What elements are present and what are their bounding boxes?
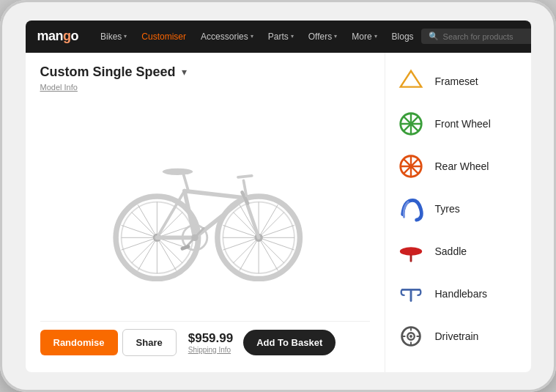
nav-links: Bikes ▾ Customiser Accessories ▾ Parts ▾… xyxy=(93,32,421,42)
svg-point-57 xyxy=(409,335,412,338)
frameset-label: Frameset xyxy=(435,75,478,87)
drivetrain-label: Drivetrain xyxy=(435,330,479,342)
component-item-front-wheel[interactable]: Front Wheel xyxy=(385,103,531,145)
component-item-frameset[interactable]: Frameset xyxy=(385,60,531,103)
rear-wheel-label: Rear Wheel xyxy=(435,160,489,172)
drivetrain-icon xyxy=(396,321,426,352)
component-item-pedals[interactable]: Pedals xyxy=(385,358,531,372)
price-block: $959.99 Shipping Info xyxy=(188,331,233,354)
handlebars-label: Handlebars xyxy=(435,288,488,300)
bike-svg xyxy=(95,135,315,281)
nav-offers[interactable]: Offers ▾ xyxy=(301,32,344,42)
svg-point-51 xyxy=(399,247,421,255)
nav-accessories[interactable]: Accessories ▾ xyxy=(193,32,261,42)
search-bar[interactable]: 🔍 xyxy=(421,29,531,44)
randomise-button[interactable]: Randomise xyxy=(40,330,118,355)
chevron-down-icon: ▾ xyxy=(251,33,253,40)
left-panel: Custom Single Speed ▾ Model Info xyxy=(26,53,385,372)
add-to-basket-button[interactable]: Add To Basket xyxy=(243,330,336,355)
tablet-frame: mango Bikes ▾ Customiser Accessories ▾ P… xyxy=(0,0,556,392)
bike-image xyxy=(40,99,370,318)
nav-blogs[interactable]: Blogs xyxy=(385,32,421,42)
chevron-down-icon: ▾ xyxy=(291,33,294,40)
search-icon: 🔍 xyxy=(429,32,439,41)
model-title: Custom Single Speed xyxy=(40,64,176,80)
right-panel: Frameset Front Wheel xyxy=(385,53,531,372)
main-content: Custom Single Speed ▾ Model Info xyxy=(26,53,531,372)
logo-accent: g xyxy=(63,29,71,44)
tablet-screen: mango Bikes ▾ Customiser Accessories ▾ P… xyxy=(26,21,531,372)
chevron-down-icon: ▾ xyxy=(334,33,337,40)
rear-wheel-icon xyxy=(396,151,426,182)
handlebars-icon xyxy=(396,278,426,309)
saddle-label: Saddle xyxy=(435,245,467,257)
front-wheel-icon xyxy=(396,108,426,139)
bottom-bar: Randomise Share $959.99 Shipping Info Ad… xyxy=(40,321,370,360)
share-button[interactable]: Share xyxy=(122,329,177,356)
model-info-link[interactable]: Model Info xyxy=(40,83,370,92)
nav-bikes[interactable]: Bikes ▾ xyxy=(93,32,134,42)
svg-line-29 xyxy=(183,173,188,190)
front-wheel-label: Front Wheel xyxy=(435,118,491,130)
nav-parts[interactable]: Parts ▾ xyxy=(261,32,301,42)
nav-customiser[interactable]: Customiser xyxy=(134,32,193,42)
model-selector[interactable]: Custom Single Speed ▾ xyxy=(40,64,370,80)
component-item-handlebars[interactable]: Handlebars xyxy=(385,273,531,315)
pedals-icon xyxy=(396,363,426,372)
logo[interactable]: mango xyxy=(37,29,79,44)
component-item-saddle[interactable]: Saddle xyxy=(385,230,531,273)
component-item-tyres[interactable]: Tyres xyxy=(385,188,531,230)
svg-point-30 xyxy=(162,169,192,175)
component-item-drivetrain[interactable]: Drivetrain xyxy=(385,315,531,358)
frameset-icon xyxy=(396,66,426,97)
chevron-down-icon: ▾ xyxy=(124,33,127,40)
component-item-rear-wheel[interactable]: Rear Wheel xyxy=(385,145,531,188)
shipping-info-link[interactable]: Shipping Info xyxy=(188,346,233,354)
tyres-icon xyxy=(396,193,426,224)
tyres-label: Tyres xyxy=(435,203,460,215)
svg-line-22 xyxy=(184,191,245,198)
navbar: mango Bikes ▾ Customiser Accessories ▾ P… xyxy=(26,21,531,53)
chevron-down-icon: ▾ xyxy=(374,33,377,40)
svg-marker-38 xyxy=(400,70,421,86)
price-value: $959.99 xyxy=(188,331,233,346)
search-input[interactable] xyxy=(443,32,531,41)
nav-more[interactable]: More ▾ xyxy=(344,32,384,42)
model-dropdown-icon: ▾ xyxy=(182,66,187,78)
saddle-icon xyxy=(396,236,426,267)
svg-line-32 xyxy=(238,176,252,177)
